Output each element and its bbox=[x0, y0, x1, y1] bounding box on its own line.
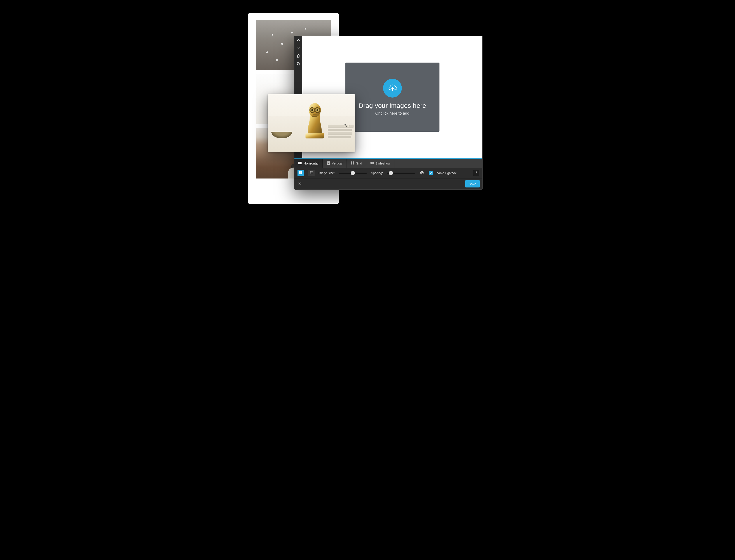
options-row: Image Size: Spacing: Enable Lightb bbox=[294, 168, 482, 178]
tab-horizontal[interactable]: Horizontal bbox=[294, 159, 323, 168]
svg-rect-8 bbox=[327, 164, 330, 165]
svg-rect-10 bbox=[353, 161, 354, 163]
svg-rect-35 bbox=[313, 114, 317, 115]
svg-rect-17 bbox=[301, 171, 302, 173]
cloud-upload-icon bbox=[387, 83, 397, 94]
move-up-button[interactable] bbox=[296, 38, 301, 43]
close-icon bbox=[298, 182, 302, 186]
svg-rect-29 bbox=[306, 133, 324, 138]
lightbox-label: Enable Lightbox bbox=[434, 171, 456, 175]
image-size-label: Image Size: bbox=[319, 171, 335, 175]
svg-rect-7 bbox=[329, 163, 330, 164]
tab-vertical[interactable]: Vertical bbox=[323, 159, 347, 168]
layout-grid-icon bbox=[351, 161, 354, 165]
svg-rect-36 bbox=[312, 116, 318, 117]
layout-vertical-icon bbox=[327, 161, 330, 165]
tab-label: Grid bbox=[356, 161, 362, 165]
book-spine-text: Ban bbox=[344, 124, 350, 128]
image-size-slider[interactable] bbox=[339, 173, 367, 174]
stage: Drag your images here Or click here to a… bbox=[231, 0, 504, 208]
svg-marker-15 bbox=[373, 162, 374, 164]
svg-marker-13 bbox=[370, 162, 371, 164]
help-button[interactable]: ? bbox=[473, 170, 479, 176]
tab-grid[interactable]: Grid bbox=[347, 159, 366, 168]
editor-footer: Save bbox=[294, 178, 482, 189]
duplicate-button[interactable] bbox=[296, 62, 301, 67]
spacing-slider[interactable] bbox=[387, 173, 415, 174]
check-icon bbox=[429, 171, 432, 175]
layout-horizontal-icon bbox=[298, 161, 302, 165]
dropzone-title: Drag your images here bbox=[359, 102, 426, 109]
svg-rect-9 bbox=[351, 161, 352, 163]
pinterest-icon bbox=[420, 171, 424, 175]
svg-point-33 bbox=[311, 109, 313, 111]
view-list-button[interactable] bbox=[308, 170, 315, 176]
grid-tiles-icon bbox=[299, 171, 303, 175]
svg-rect-14 bbox=[371, 162, 373, 164]
svg-rect-4 bbox=[301, 162, 302, 164]
slider-knob[interactable] bbox=[351, 171, 355, 175]
svg-rect-0 bbox=[298, 63, 300, 65]
svg-rect-11 bbox=[351, 163, 352, 165]
svg-rect-5 bbox=[327, 161, 330, 163]
trash-icon bbox=[296, 54, 300, 59]
close-button[interactable] bbox=[297, 181, 303, 187]
svg-rect-1 bbox=[298, 162, 300, 164]
svg-point-22 bbox=[310, 172, 311, 173]
dragged-image-bust bbox=[301, 102, 329, 139]
checkbox-checked[interactable] bbox=[429, 171, 433, 175]
view-thumbnails-button[interactable] bbox=[297, 170, 304, 176]
svg-rect-3 bbox=[300, 163, 301, 164]
copy-icon bbox=[296, 62, 300, 67]
svg-rect-25 bbox=[311, 174, 313, 174]
svg-rect-16 bbox=[299, 171, 301, 173]
tab-label: Slideshow bbox=[375, 161, 390, 165]
enable-lightbox-option[interactable]: Enable Lightbox bbox=[429, 171, 456, 175]
svg-rect-6 bbox=[327, 163, 328, 164]
delete-button[interactable] bbox=[296, 54, 301, 59]
tab-label: Horizontal bbox=[304, 161, 319, 165]
help-label: ? bbox=[475, 171, 477, 175]
chevron-down-icon bbox=[296, 46, 300, 51]
move-down-button bbox=[296, 46, 301, 51]
svg-point-34 bbox=[317, 109, 319, 111]
dropzone-subtitle: Or click here to add bbox=[375, 111, 409, 116]
svg-rect-12 bbox=[353, 163, 354, 165]
upload-circle bbox=[383, 79, 402, 98]
pinterest-toggle[interactable] bbox=[419, 170, 425, 176]
svg-rect-21 bbox=[311, 171, 313, 172]
layout-tabs: Horizontal Vertical Grid Slideshow bbox=[294, 158, 482, 168]
svg-rect-2 bbox=[300, 162, 301, 163]
list-icon bbox=[310, 171, 313, 175]
svg-rect-23 bbox=[311, 173, 313, 173]
tab-label: Vertical bbox=[332, 161, 343, 165]
slider-knob[interactable] bbox=[389, 171, 393, 175]
save-button[interactable]: Save bbox=[465, 180, 480, 187]
svg-point-24 bbox=[310, 173, 311, 174]
spacing-label: Spacing: bbox=[371, 171, 383, 175]
svg-rect-19 bbox=[301, 173, 302, 174]
svg-point-20 bbox=[310, 171, 311, 172]
chevron-up-icon bbox=[296, 38, 300, 43]
layout-slideshow-icon bbox=[370, 161, 374, 165]
tab-slideshow[interactable]: Slideshow bbox=[366, 159, 394, 168]
svg-rect-18 bbox=[299, 173, 301, 174]
image-dropzone[interactable]: Drag your images here Or click here to a… bbox=[345, 63, 439, 132]
dragged-image-thumb[interactable]: Ban bbox=[268, 94, 355, 152]
